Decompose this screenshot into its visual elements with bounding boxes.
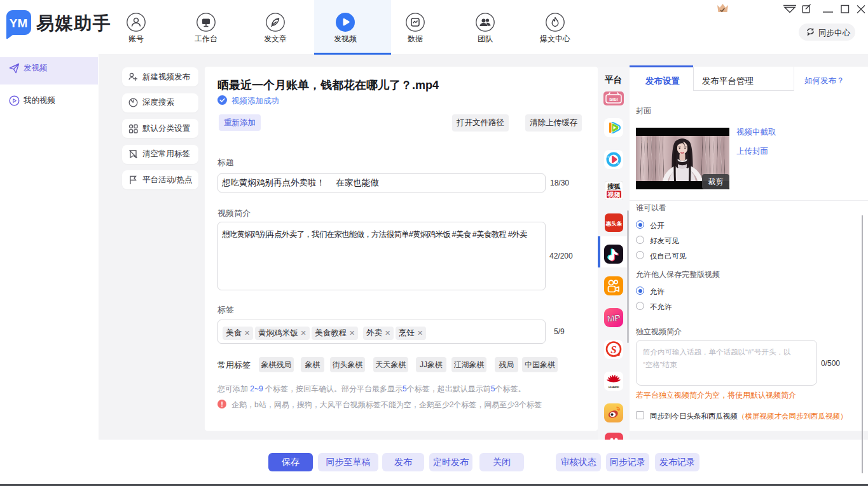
svg-text:视频: 视频	[607, 191, 621, 198]
svg-text:惠头条: 惠头条	[605, 220, 623, 227]
svg-text:YM: YM	[10, 17, 28, 30]
svg-text:美拍: 美拍	[640, 138, 648, 143]
svg-text:S: S	[610, 344, 616, 356]
svg-text:搜狐: 搜狐	[607, 182, 621, 190]
svg-text:MP: MP	[607, 313, 621, 324]
svg-text:裁剪: 裁剪	[708, 177, 724, 186]
svg-text:blbl: blbl	[609, 97, 617, 102]
svg-text:HUAWEI: HUAWEI	[609, 386, 619, 389]
